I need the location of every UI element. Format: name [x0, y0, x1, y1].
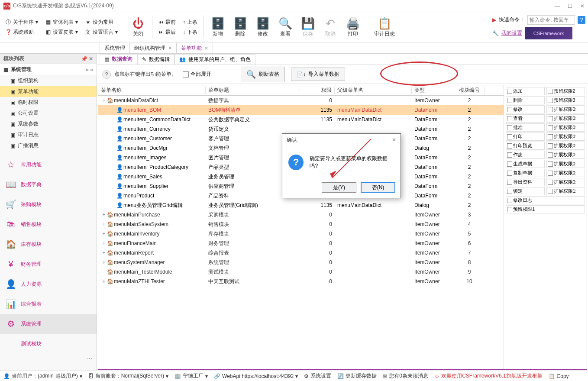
- perm-checkbox[interactable]: 扩展权限0:: [546, 123, 585, 132]
- sidebar-module[interactable]: ☆常用功能: [0, 155, 97, 174]
- about-menu[interactable]: ⓘ关于程序 ▾: [3, 18, 41, 27]
- perm-checkbox[interactable]: 预留权限3: [546, 96, 585, 104]
- table-row[interactable]: 👤menuItem_CommonDataDict公共数据字典定义1135menu…: [98, 115, 504, 124]
- table-row[interactable]: +🏠menuMainInventory库存模块0ItemOwner5: [98, 229, 504, 239]
- tab-close-icon[interactable]: ✕: [168, 45, 172, 51]
- sb-copy[interactable]: 📋 Copy: [549, 373, 569, 379]
- perm-checkbox[interactable]: 预留权限2: [546, 87, 585, 95]
- subtab-edit[interactable]: ✎数据编辑: [137, 54, 174, 65]
- sidebar-item[interactable]: ▣菜单功能: [0, 86, 97, 97]
- sidebar-item[interactable]: ▣系统参数: [0, 119, 97, 129]
- refresh-button[interactable]: 🔍刷新表格: [241, 67, 285, 82]
- nav-last[interactable]: ⏭ 最后: [156, 28, 178, 37]
- subtab-query[interactable]: ▦数据查询: [100, 54, 137, 65]
- table-row[interactable]: 👤menu业务员管理Grid编辑业务员管理(Grid编辑)1135menuMai…: [98, 200, 504, 210]
- perm-checkbox[interactable]: 扩展权限1:: [546, 187, 585, 195]
- nav-next[interactable]: ↓ 下条: [180, 28, 200, 37]
- sidebar-item[interactable]: ▣广播消息: [0, 140, 97, 151]
- sidebar-more[interactable]: ⋯: [0, 354, 97, 363]
- perm-checkbox[interactable]: 作废: [506, 151, 545, 159]
- table-row[interactable]: +🏠menuMainZTHLTester中天互联测试0ItemOwner10: [98, 277, 504, 286]
- sidebar-module[interactable]: 🛒采购模块: [0, 194, 97, 214]
- menu-tree-grid[interactable]: 菜单名称菜单标题 权限父级菜单名 类型模块编号 -🏠menuMainDataDi…: [98, 85, 504, 369]
- perm-checkbox[interactable]: 锁定: [506, 187, 545, 195]
- perm-checkbox[interactable]: 添加: [506, 87, 545, 95]
- sb-sysset[interactable]: ⚙ 系统设置: [304, 372, 331, 380]
- nav-first[interactable]: ⏮ 最前: [156, 18, 178, 27]
- perm-checkbox[interactable]: 扩展权限0:: [546, 105, 585, 113]
- tab-close-icon[interactable]: ✕: [204, 45, 208, 51]
- sidebar-module[interactable]: 🛍销售模块: [0, 214, 97, 234]
- sb-factory[interactable]: 🏢 宁德工厂 ▾: [174, 372, 208, 380]
- view-button[interactable]: 🔍查看: [275, 13, 296, 41]
- perm-checkbox[interactable]: 修改日志: [506, 196, 585, 204]
- perm-checkbox[interactable]: 扩展权限0:: [546, 160, 585, 168]
- video-icon[interactable]: ▶: [492, 17, 496, 23]
- perm-checkbox[interactable]: 预留权限1: [506, 205, 585, 213]
- sidebar-item[interactable]: ▣审计日志: [0, 129, 97, 140]
- table-row[interactable]: +🏠menuMainSalesSystem销售模块0ItemOwner4: [98, 220, 504, 229]
- sidebar-module[interactable]: ⚙系统管理: [0, 314, 97, 334]
- table-row[interactable]: +🏠menuMainPurchase采购模块0ItemOwner3: [98, 210, 504, 220]
- nav-prev[interactable]: ↑ 上条: [180, 18, 200, 27]
- perm-checkbox[interactable]: 复制单据: [506, 169, 545, 177]
- table-row[interactable]: -🏠menuMainDataDict数据字典0ItemOwner2: [98, 96, 504, 105]
- quickcmd-input[interactable]: [527, 15, 575, 25]
- perm-checkbox[interactable]: 扩展权限0:: [546, 151, 585, 159]
- perm-checkbox[interactable]: 打印: [506, 132, 545, 141]
- import-button[interactable]: 📄↓导入菜单数据: [291, 68, 345, 81]
- sidebar-item[interactable]: ▣组织架构: [0, 75, 97, 86]
- tab-system[interactable]: 系统管理: [100, 43, 130, 53]
- pin-icon[interactable]: 📌 ✕: [81, 56, 93, 62]
- syshelp-menu[interactable]: ❓系统帮助: [3, 28, 41, 37]
- sb-account[interactable]: 🗄 当前账套：Normal(SqlServer) ▾: [88, 372, 168, 380]
- sidebar-module[interactable]: 🏠库存模块: [0, 234, 97, 254]
- add-button[interactable]: 🗄️新增: [207, 13, 228, 41]
- perm-checkbox[interactable]: 删除: [506, 96, 545, 104]
- perm-checkbox[interactable]: 查看: [506, 114, 545, 123]
- sb-user[interactable]: 👤 当前用户：(admin-超级用户) ▾: [3, 372, 82, 380]
- perm-checkbox[interactable]: 扩展权限0:: [546, 178, 585, 186]
- table-row[interactable]: 🏠menuMain_TesterModule测试模块0ItemOwner9: [98, 267, 504, 277]
- table-row[interactable]: +🏠menuMainReport综合报表0ItemOwner7: [98, 248, 504, 258]
- tab-menu[interactable]: 菜单功能✕: [176, 43, 213, 53]
- sidebar-module[interactable]: 📖数据字典: [0, 174, 97, 194]
- table-row[interactable]: 👤menuItem_Currency货币定义DataForm2: [98, 124, 504, 134]
- sidebar-module[interactable]: 👤人力资源: [0, 274, 97, 294]
- sidebar-item[interactable]: ▣临时权限: [0, 97, 97, 108]
- perm-checkbox[interactable]: 扩展权限0:: [546, 142, 585, 150]
- table-row[interactable]: 👤menuItem_BOMBOM物料清单1135menuMainDataDict…: [98, 105, 504, 115]
- close-button[interactable]: ⏻关闭: [128, 13, 149, 41]
- skin-menu[interactable]: ◧设置皮肤 ▾: [42, 28, 81, 37]
- expand-all-checkbox[interactable]: 全部展开: [183, 71, 211, 78]
- perm-checkbox[interactable]: 扩展权限0:: [546, 132, 585, 141]
- sidebar-module[interactable]: ¥财务管理: [0, 254, 97, 274]
- dialog-close-icon[interactable]: ✕: [392, 137, 396, 143]
- help-badge[interactable]: ?: [578, 16, 585, 24]
- sidebar-module[interactable]: 📊综合报表: [0, 294, 97, 314]
- setcommon-menu[interactable]: ★设为常用: [82, 18, 120, 27]
- sb-msg[interactable]: ✉ 您有0条未读消息: [383, 372, 428, 380]
- perm-checkbox[interactable]: 扩展权限0:: [546, 169, 585, 177]
- sidebar-item[interactable]: ▣公司设置: [0, 108, 97, 119]
- delete-button[interactable]: 🗄️删除: [230, 13, 251, 41]
- modify-button[interactable]: 🗄️修改: [252, 13, 273, 41]
- promo-banner[interactable]: CSFramework: [525, 27, 572, 39]
- my-settings-link[interactable]: 我的设置: [501, 29, 522, 37]
- no-button[interactable]: 否(N): [361, 182, 395, 193]
- sidebar-category[interactable]: ▦系统管理 « »: [0, 64, 97, 75]
- close-icon[interactable]: ✕: [580, 3, 585, 9]
- print-button[interactable]: 🖨️打印: [342, 13, 363, 41]
- table-row[interactable]: +🏠menuFinanceMain财务管理0ItemOwner6: [98, 239, 504, 248]
- perm-checkbox[interactable]: 导出资料: [506, 178, 545, 186]
- perm-checkbox[interactable]: 扩展权限0:: [546, 114, 585, 123]
- sb-webapi[interactable]: 🔗 WebApi:https://localhost:44392 ▾: [214, 373, 298, 379]
- tab-org[interactable]: 组织机构管理✕: [129, 43, 177, 53]
- maximize-icon[interactable]: ☐: [568, 3, 572, 9]
- yes-button[interactable]: 是(Y): [322, 182, 356, 193]
- sb-refresh[interactable]: 🔄 更新缓存数据: [337, 372, 377, 380]
- formlist-menu[interactable]: ▦窗体列表 ▾: [42, 18, 81, 27]
- subtab-users[interactable]: 👥使用菜单的用户、组、角色: [174, 54, 255, 65]
- audit-button[interactable]: 📋审计日志: [371, 13, 398, 41]
- sidebar-module[interactable]: 测试模块: [0, 334, 97, 354]
